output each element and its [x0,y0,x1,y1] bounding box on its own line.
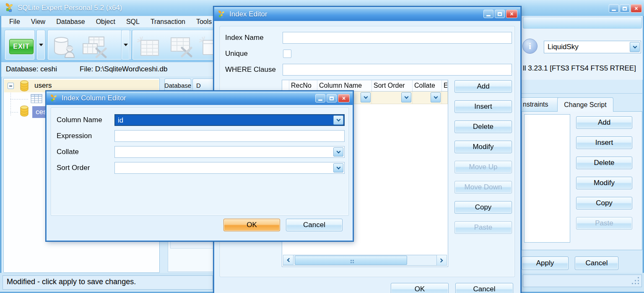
grid-header-column-name: Column Name [317,80,372,91]
sort-order-label: Sort Order [57,164,90,172]
close-button[interactable]: × [631,4,642,13]
tree-connector [10,112,18,112]
table-tools-icon[interactable] [82,36,108,59]
status-message: Modified - click apply to save changes. [7,277,136,286]
chevron-down-icon[interactable] [431,92,441,102]
grid-header: RecNo Column Name Sort Order Collate E [282,80,448,92]
copy-button[interactable]: Copy [576,197,632,209]
ok-button[interactable]: OK [223,219,280,231]
exit-button[interactable]: EXIT [9,39,34,54]
scroll-left-arrow[interactable] [283,255,293,265]
minimize-button[interactable] [483,10,493,18]
indexes-listbox[interactable] [524,114,570,243]
right-info-area: i LiquidSky ll 3.23.1 [FTS3 FTS4 FTS5 RT… [521,16,643,80]
maximize-button[interactable] [327,94,337,102]
menu-transaction[interactable]: Transaction [145,16,191,27]
database-cylinder-icon [20,105,29,117]
add-button[interactable]: Add [576,116,632,129]
toolbar-stub [523,17,642,29]
chevron-down-icon[interactable] [361,92,371,102]
design-table-icon[interactable] [168,36,194,59]
chevron-down-icon[interactable] [333,115,343,125]
toolbar-group-exit: EXIT [5,30,35,60]
minimize-button[interactable] [315,94,325,102]
new-table-icon[interactable] [137,36,160,59]
tab-constraints-partial[interactable]: nstraints [519,97,560,111]
menu-database[interactable]: Database [51,16,91,27]
grid-header-sort-order: Sort Order [372,80,413,91]
grid-header-collate: Collate [413,80,442,91]
apply-button[interactable]: Apply [522,256,569,270]
column-name-combo[interactable]: id [114,114,345,126]
move-up-button[interactable]: Move Up [454,161,512,173]
toolbar-group-table [132,30,222,60]
dialog-title: Index Column Editor [62,94,126,102]
close-button[interactable]: × [338,94,350,102]
grid-header-indicator [282,80,289,91]
menu-object[interactable]: Object [91,16,121,27]
info-icon[interactable]: i [522,39,538,54]
close-button[interactable]: × [506,10,517,18]
expression-label: Expression [57,132,92,140]
delete-button[interactable]: Delete [454,120,512,133]
app-butterfly-icon [5,3,14,12]
collate-combo[interactable] [114,146,345,158]
ok-button[interactable]: OK [391,283,449,293]
database-dropdown-arrow[interactable] [121,30,130,60]
menu-sql[interactable]: SQL [121,16,145,27]
index-editor-titlebar[interactable]: Index Editor × [214,7,520,21]
tree-expander-icon[interactable] [8,83,14,89]
delete-button[interactable]: Delete [576,157,632,169]
modify-button[interactable]: Modify [454,141,512,153]
divider [521,93,643,94]
chevron-down-icon[interactable] [333,163,343,173]
chevron-down-icon[interactable] [333,147,343,157]
modify-button[interactable]: Modify [576,177,632,189]
tree-connector [10,99,29,99]
window-title: SQLite Expert Personal 5.2 (x64) [18,4,122,12]
tab-change-script[interactable]: Change Script [557,97,613,112]
app-butterfly-icon [50,94,58,102]
app-butterfly-icon [218,10,226,18]
chevron-down-icon[interactable] [401,92,411,102]
scroll-right-arrow[interactable] [436,255,447,266]
exit-dropdown-arrow[interactable] [36,30,45,60]
database-name-label: Database: ceshi [6,65,57,73]
menu-view[interactable]: View [26,16,51,27]
unique-checkbox[interactable] [283,50,291,58]
tab-database[interactable]: Database [164,78,191,92]
menu-file[interactable]: File [4,16,26,27]
add-button[interactable]: Add [454,80,512,93]
insert-button[interactable]: Insert [454,100,512,113]
move-down-button[interactable]: Move Down [454,181,512,194]
copy-button[interactable]: Copy [454,201,512,214]
dialog-title: Index Editor [229,10,267,18]
paste-button[interactable]: Paste [576,217,632,230]
horizontal-scrollbar[interactable] [283,255,447,266]
sqlite-version-label: ll 3.23.1 [FTS3 FTS4 FTS5 RTREE] [523,64,636,73]
scrollbar-thumb[interactable] [295,256,407,265]
maximize-button[interactable] [620,4,630,13]
minimize-button[interactable] [609,4,619,13]
resize-grip[interactable] [638,283,639,284]
index-column-editor-titlebar[interactable]: Index Column Editor × [47,92,353,105]
table-grid-icon [31,94,42,103]
database-alias-combo[interactable]: LiquidSky [544,41,641,53]
expression-input[interactable] [114,130,345,142]
database-maintenance-icon[interactable] [53,36,75,58]
index-column-editor-dialog: Index Column Editor × Column Name id Exp… [46,91,353,241]
database-file-label: File: D:\SqliteWord\ceshi.db [80,65,167,73]
chevron-down-icon[interactable] [630,42,640,52]
sort-order-combo[interactable] [114,162,345,174]
where-clause-label: WHERE Clause [225,65,276,74]
insert-button[interactable]: Insert [576,136,632,149]
maximize-button[interactable] [495,10,505,18]
index-name-input[interactable] [283,32,512,44]
cancel-button[interactable]: Cancel [286,219,343,231]
where-clause-input[interactable] [283,64,512,76]
cancel-button[interactable]: Cancel [575,256,618,270]
column-name-label: Column Name [57,116,102,124]
paste-button[interactable]: Paste [454,221,512,234]
cancel-button[interactable]: Cancel [455,283,513,293]
grid-header-expression: E [442,80,448,91]
